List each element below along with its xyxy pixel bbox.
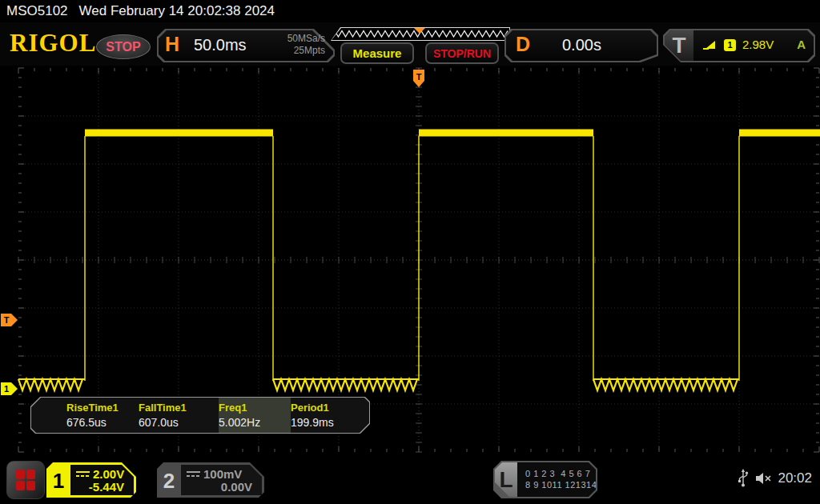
logic-channels: 0 1 2 3 4 5 6 7 8 9 1011 12131415	[517, 462, 596, 497]
speaker-muted-icon[interactable]	[755, 471, 773, 486]
measurement-item[interactable]: Freq15.002Hz	[219, 398, 291, 433]
trigger-sweep-mode: A	[797, 38, 806, 51]
bottom-bar: 1 2.00V -5.44V 2 100mV 0.00V L 0 1 2 3 4…	[0, 454, 820, 504]
measurement-value: 199.9ms	[291, 416, 371, 429]
stop-run-button[interactable]: STOP/RUN	[425, 42, 499, 64]
menu-grid-icon	[16, 470, 35, 490]
channel2-offset: 0.00V	[221, 480, 252, 494]
channel1-body: 2.00V -5.44V	[70, 465, 134, 495]
menu-button[interactable]	[6, 461, 45, 499]
svg-text:T: T	[4, 315, 10, 325]
memory-depth: 25Mpts	[287, 45, 325, 57]
svg-text:T: T	[416, 72, 422, 82]
rigol-logo: RIGOL	[10, 29, 96, 58]
channel1-number: 1	[46, 462, 70, 498]
sample-rate: 50MSa/s	[287, 33, 325, 45]
measurement-item[interactable]: RiseTime1676.5us	[31, 398, 139, 433]
channel1-badge[interactable]: 1 2.00V -5.44V	[46, 462, 136, 498]
channel1-offset: -5.44V	[89, 480, 124, 494]
measure-button[interactable]: Measure	[340, 42, 414, 64]
usb-icon[interactable]	[738, 469, 749, 488]
acquisition-status-badge: STOP	[96, 34, 151, 59]
measurement-value: 676.5us	[66, 416, 139, 429]
oscilloscope-screen: MSO5102Wed February 14 20:02:38 2024 RIG…	[0, 0, 820, 504]
dc-coupling-icon	[187, 470, 200, 478]
delay-label: D	[516, 33, 530, 56]
model-name: MSO5102	[6, 3, 68, 18]
trigger-level-value: 2.98V	[742, 38, 774, 51]
waveform-overview-strip[interactable]	[331, 27, 510, 41]
channel2-body: 100mV 0.00V	[181, 465, 262, 495]
trigger-label: T	[665, 30, 693, 61]
trigger-position-overview-marker[interactable]	[414, 28, 425, 34]
measurement-label: Freq1	[219, 402, 291, 414]
clock: 20:02	[778, 470, 812, 486]
dc-coupling-icon	[76, 470, 90, 478]
svg-text:1: 1	[4, 384, 9, 394]
measurement-value: 607.0us	[139, 416, 219, 429]
measurement-item[interactable]: Period1199.9ms	[291, 398, 371, 433]
header-toolbar: RIGOL STOP H 50.0ms 50MSa/s 25Mpts Measu…	[0, 22, 820, 66]
datetime: Wed February 14 20:02:38 2024	[79, 3, 275, 18]
channel2-scale: 100mV	[203, 467, 242, 481]
trigger-source-badge: 1	[724, 39, 736, 51]
measurement-columns: RiseTime1676.5usFallTime1607.0usFreq15.0…	[31, 398, 369, 433]
channel1-scale: 2.00V	[93, 467, 124, 481]
channel2-number: 2	[157, 462, 181, 498]
timebase-value: 50.0ms	[194, 36, 247, 54]
logic-row1: 0 1 2 3 4 5 6 7	[525, 469, 590, 478]
measurement-item[interactable]: FallTime1607.0us	[139, 398, 219, 433]
acquisition-info: 50MSa/s 25Mpts	[287, 33, 325, 57]
rising-edge-icon	[703, 38, 718, 52]
delay-panel[interactable]: D 0.00s	[504, 29, 658, 62]
measurement-label: RiseTime1	[66, 402, 139, 414]
trigger-panel[interactable]: T 1 2.98V A	[663, 29, 815, 62]
horizontal-panel[interactable]: H 50.0ms 50MSa/s 25Mpts	[157, 29, 335, 62]
measurement-label: FallTime1	[139, 402, 219, 414]
logic-row2: 8 9 1011 12131415	[525, 480, 608, 490]
measurement-label: Period1	[291, 402, 371, 414]
channel2-badge[interactable]: 2 100mV 0.00V	[157, 462, 264, 498]
horizontal-label: H	[165, 33, 179, 56]
logic-analyzer-badge[interactable]: L 0 1 2 3 4 5 6 7 8 9 1011 12131415	[493, 461, 597, 498]
delay-value: 0.00s	[562, 36, 601, 54]
system-status-icons: 20:02	[738, 467, 815, 490]
measurement-results-panel[interactable]: RiseTime1676.5usFallTime1607.0usFreq15.0…	[30, 397, 370, 434]
measurement-value: 5.002Hz	[219, 416, 291, 429]
status-bar: MSO5102Wed February 14 20:02:38 2024	[0, 0, 820, 22]
